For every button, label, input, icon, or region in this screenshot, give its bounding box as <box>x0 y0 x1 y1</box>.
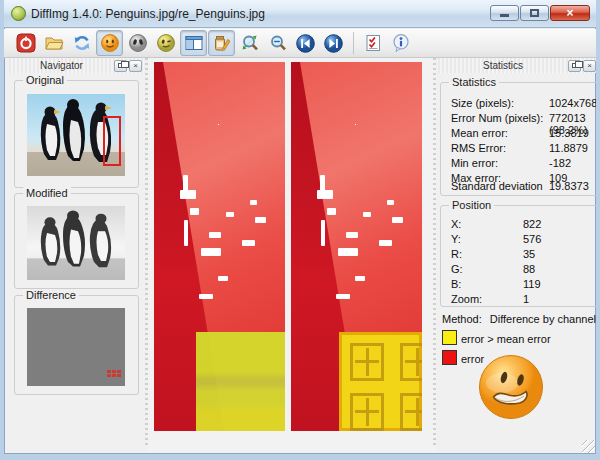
maximize-button[interactable] <box>520 5 549 21</box>
navigator-close-button[interactable]: × <box>129 60 142 72</box>
zoom-reset-icon <box>268 33 288 53</box>
yellow-swatch <box>442 330 457 345</box>
smiley-orange-icon <box>100 33 120 53</box>
pos-label: B: <box>451 278 461 290</box>
navigator-selection-rect[interactable] <box>103 116 121 166</box>
previous-icon <box>295 33 316 54</box>
stat-label: Error Num (pixels): <box>451 112 543 124</box>
original-group: Original <box>14 80 139 188</box>
legend-item-above-mean: error > mean error <box>442 330 551 345</box>
app-icon <box>11 6 26 21</box>
pos-label: R: <box>451 248 462 260</box>
next-image-button[interactable] <box>320 30 347 56</box>
navigator-panel-header[interactable]: Navigator × <box>9 58 144 73</box>
preferences-button[interactable] <box>359 30 386 56</box>
method-value: Difference by channel <box>490 313 596 325</box>
pos-value: 35 <box>523 248 535 260</box>
toolbar <box>4 29 596 58</box>
error-gt-mean-region <box>196 332 285 431</box>
stat-label: Min error: <box>451 157 498 169</box>
pos-value: 1 <box>523 293 529 305</box>
difference-error-mark <box>107 370 121 377</box>
statistics-panel-title: Statistics <box>438 60 568 71</box>
stat-value: 19.8373 <box>549 180 589 192</box>
statistics-group: Statistics Size (pixels):1024x768 Error … <box>440 82 598 196</box>
stat-label: Standard deviation <box>451 180 543 192</box>
minimize-button[interactable] <box>490 5 519 21</box>
stat-value: 15.3819 <box>549 127 589 139</box>
stat-label: Mean error: <box>451 127 508 139</box>
folder-icon <box>44 33 64 53</box>
close-button[interactable]: × <box>550 5 590 21</box>
original-group-label: Original <box>23 74 67 86</box>
position-group-label: Position <box>449 199 494 211</box>
zoom-fit-icon <box>240 33 260 53</box>
pos-label: X: <box>451 218 461 230</box>
statistics-splitter[interactable] <box>433 58 436 446</box>
stat-value: 1024x768 <box>549 97 597 109</box>
dual-panel-view-button[interactable] <box>180 30 207 56</box>
red-swatch <box>442 350 457 365</box>
smiley-gray-icon <box>128 33 148 53</box>
dual-pane-icon <box>184 33 204 53</box>
modified-thumbnail[interactable] <box>27 206 125 280</box>
watermark-glyph <box>350 343 384 381</box>
diff-image-panel-left[interactable] <box>154 62 285 431</box>
original-thumbnail[interactable] <box>27 94 125 176</box>
stat-value: 11.8879 <box>549 142 588 154</box>
modified-group-label: Modified <box>23 187 71 199</box>
pos-label: G: <box>451 263 463 275</box>
pos-value: 88 <box>523 263 535 275</box>
statistics-panel-header[interactable]: Statistics × <box>438 58 598 73</box>
show-mask-button[interactable] <box>208 30 235 56</box>
app-window: DiffImg 1.4.0: Penguins.jpg/re_Penguins.… <box>0 0 600 460</box>
title-bar[interactable]: DiffImg 1.4.0: Penguins.jpg/re_Penguins.… <box>4 0 596 28</box>
float-icon <box>572 63 578 68</box>
about-button[interactable] <box>387 30 414 56</box>
pos-label: Y: <box>451 233 461 245</box>
stat-label: Size (pixels): <box>451 97 514 109</box>
power-icon <box>16 33 36 53</box>
pos-label: Zoom: <box>451 293 482 305</box>
show-original-button[interactable] <box>96 30 123 56</box>
fit-to-window-button[interactable] <box>236 30 263 56</box>
pos-value: 119 <box>523 278 541 290</box>
difference-thumbnail[interactable] <box>27 308 125 386</box>
watermark-glyph <box>400 393 422 431</box>
position-group: Position X:822 Y:576 R:35 G:88 B:119 Zoo… <box>440 205 598 307</box>
stat-label: RMS Error: <box>451 142 506 154</box>
quit-button[interactable] <box>12 30 39 56</box>
watermark-characters <box>350 343 422 431</box>
window-title: DiffImg 1.4.0: Penguins.jpg/re_Penguins.… <box>31 7 265 21</box>
jar-pencil-icon <box>212 33 232 53</box>
watermark-glyph <box>350 393 384 431</box>
next-icon <box>323 33 344 54</box>
image-viewport <box>148 58 436 452</box>
toolbar-separator <box>353 32 354 54</box>
difference-group: Difference <box>14 295 139 395</box>
pos-value: 576 <box>523 233 541 245</box>
method-label: Method: <box>442 313 482 325</box>
error-gt-mean-region <box>339 332 422 431</box>
statistics-group-label: Statistics <box>449 76 499 88</box>
show-modified-button[interactable] <box>124 30 151 56</box>
previous-image-button[interactable] <box>292 30 319 56</box>
show-difference-button[interactable] <box>152 30 179 56</box>
legend-label: error > mean error <box>461 333 551 345</box>
diff-image-panel-right[interactable] <box>291 62 422 431</box>
info-icon <box>391 33 411 53</box>
result-sad-smiley-icon <box>476 352 546 422</box>
float-icon <box>118 63 124 68</box>
watermark-glyph <box>400 343 422 381</box>
refresh-icon <box>72 33 92 53</box>
statistics-close-button[interactable]: × <box>583 60 596 72</box>
statistics-float-button[interactable] <box>568 60 581 72</box>
difference-group-label: Difference <box>23 289 79 301</box>
reset-zoom-button[interactable] <box>264 30 291 56</box>
pos-value: 822 <box>523 218 541 230</box>
smiley-wink-icon <box>156 33 176 53</box>
navigator-float-button[interactable] <box>114 60 127 72</box>
resize-grip[interactable] <box>582 440 595 453</box>
open-files-button[interactable] <box>40 30 67 56</box>
refresh-button[interactable] <box>68 30 95 56</box>
